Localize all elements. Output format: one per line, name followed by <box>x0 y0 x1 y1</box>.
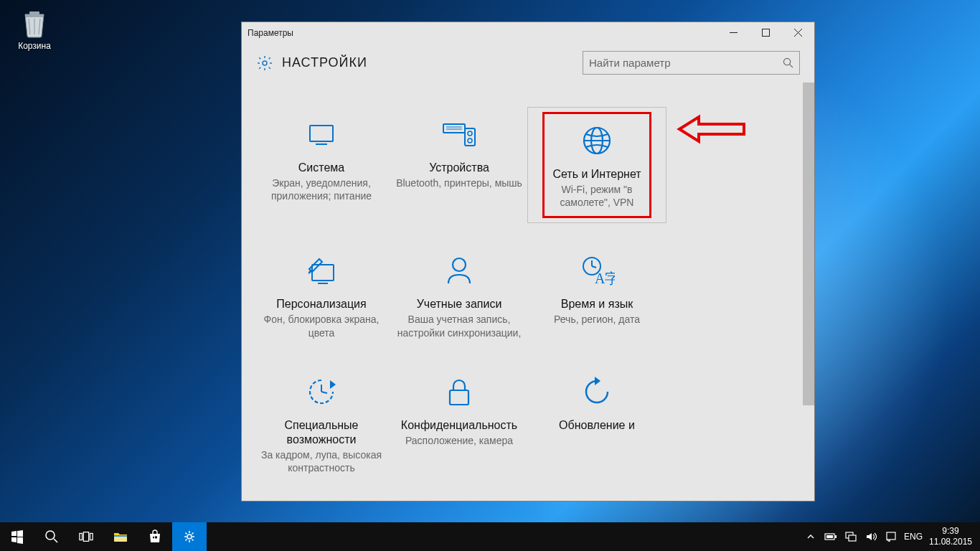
svg-rect-36 <box>114 535 127 537</box>
svg-rect-10 <box>443 124 465 133</box>
svg-rect-8 <box>310 126 333 141</box>
time-language-icon: A字 <box>531 248 663 293</box>
svg-rect-0 <box>29 11 39 14</box>
tile-desc: Фон, блокировка экрана, цвета <box>255 313 387 339</box>
svg-rect-19 <box>312 265 334 281</box>
search-icon <box>44 529 59 544</box>
explorer-button[interactable] <box>103 522 138 551</box>
tile-accounts[interactable]: Учетные записи Ваша учетная запись, наст… <box>390 244 528 343</box>
tray-battery[interactable] <box>821 532 841 541</box>
tile-label: Время и язык <box>531 297 663 311</box>
search-input[interactable]: Найти параметр <box>583 51 800 75</box>
svg-rect-33 <box>80 533 83 540</box>
tile-desc: Ваша учетная запись, настройки синхрониз… <box>393 313 525 339</box>
scrollbar[interactable] <box>803 83 814 501</box>
store-button[interactable] <box>138 522 172 551</box>
tray-chevron[interactable] <box>801 532 821 541</box>
page-title: НАСТРОЙКИ <box>282 55 583 70</box>
desktop: Корзина Параметры НАСТРОЙКИ Найти параме… <box>0 0 980 551</box>
tray-clock[interactable]: 9:39 11.08.2015 <box>925 523 976 550</box>
svg-rect-34 <box>83 532 88 542</box>
tile-desc: Речь, регион, дата <box>531 313 663 326</box>
clock-date: 11.08.2015 <box>927 537 974 547</box>
tile-desc: За кадром, лупа, высокая контрастность <box>255 448 387 474</box>
tile-label: Учетные записи <box>393 297 525 311</box>
tile-label: Обновление и <box>531 418 663 433</box>
scrollbar-thumb[interactable] <box>803 83 814 405</box>
tile-time-language[interactable]: A字 Время и язык Речь, регион, дата <box>528 244 666 343</box>
tile-label: Устройства <box>393 161 525 175</box>
tile-label: Сеть и Интернет <box>547 167 646 182</box>
svg-line-7 <box>790 65 793 67</box>
tile-personalization[interactable]: Персонализация Фон, блокировка экрана, ц… <box>253 244 390 343</box>
header: НАСТРОЙКИ Найти параметр <box>242 43 814 83</box>
tile-network[interactable]: Сеть и Интернет Wi-Fi, режим "в самолете… <box>528 108 666 222</box>
svg-marker-26 <box>330 380 336 389</box>
svg-point-15 <box>468 138 472 143</box>
minimize-button[interactable] <box>717 22 750 43</box>
chevron-up-icon <box>806 532 815 541</box>
settings-taskbar-button[interactable] <box>172 522 207 551</box>
personalization-icon <box>255 248 387 293</box>
tray-network[interactable] <box>841 532 861 542</box>
clock-time: 9:39 <box>927 526 974 537</box>
window-caption: Параметры <box>242 28 717 38</box>
taskview-icon <box>79 529 93 544</box>
search-icon <box>783 57 793 68</box>
tile-accessibility[interactable]: Специальные возможности За кадром, лупа,… <box>253 365 390 479</box>
accessibility-icon <box>255 369 387 414</box>
volume-icon <box>865 532 877 542</box>
tile-desc: Bluetooth, принтеры, мышь <box>393 176 525 189</box>
svg-point-21 <box>453 258 466 271</box>
titlebar: Параметры <box>242 22 814 43</box>
svg-rect-42 <box>849 535 856 541</box>
tiles-grid: Система Экран, уведомления, приложения; … <box>242 83 803 500</box>
tray-language[interactable]: ENG <box>901 532 925 542</box>
store-icon <box>148 529 162 544</box>
tile-privacy[interactable]: Конфиденциальность Расположение, камера <box>390 365 528 479</box>
taskview-button[interactable] <box>69 522 103 551</box>
taskbar: ENG 9:39 11.08.2015 <box>0 522 980 551</box>
search-button[interactable] <box>34 522 69 551</box>
svg-rect-39 <box>835 535 837 538</box>
recycle-bin-icon <box>20 7 49 39</box>
svg-line-32 <box>54 539 57 542</box>
recycle-bin[interactable]: Корзина <box>6 7 63 51</box>
svg-line-24 <box>592 266 596 268</box>
settings-window: Параметры НАСТРОЙКИ Найти параметр <box>241 22 815 501</box>
svg-point-14 <box>468 131 472 136</box>
svg-point-37 <box>187 534 192 539</box>
tray-notifications[interactable] <box>881 532 901 542</box>
battery-icon <box>824 532 837 541</box>
tile-label: Персонализация <box>255 297 387 311</box>
svg-rect-29 <box>450 390 468 405</box>
close-button[interactable] <box>782 22 814 43</box>
tile-update[interactable]: Обновление и <box>528 365 666 479</box>
tile-system[interactable]: Система Экран, уведомления, приложения; … <box>253 108 390 222</box>
tile-devices[interactable]: Устройства Bluetooth, принтеры, мышь <box>390 108 528 222</box>
gear-icon <box>182 529 197 544</box>
privacy-icon <box>393 369 525 414</box>
devices-icon <box>393 112 525 156</box>
svg-line-28 <box>321 392 327 393</box>
windows-icon <box>10 529 24 544</box>
svg-rect-43 <box>887 532 895 540</box>
svg-rect-35 <box>90 533 93 540</box>
maximize-button[interactable] <box>750 22 782 43</box>
network-icon <box>547 118 646 163</box>
tile-label: Специальные возможности <box>255 418 387 447</box>
tile-label: Конфиденциальность <box>393 418 525 433</box>
tile-desc: Экран, уведомления, приложения; питание <box>255 176 387 202</box>
svg-marker-30 <box>595 377 600 385</box>
tray-volume[interactable] <box>861 532 881 542</box>
recycle-bin-label: Корзина <box>6 41 63 51</box>
network-tray-icon <box>845 532 857 542</box>
svg-rect-2 <box>763 29 770 37</box>
accounts-icon <box>393 248 525 293</box>
svg-rect-40 <box>826 535 833 538</box>
settings-body: Система Экран, уведомления, приложения; … <box>242 83 814 501</box>
gear-icon <box>256 55 273 72</box>
start-button[interactable] <box>0 522 34 551</box>
tile-desc: Расположение, камера <box>393 434 525 447</box>
notifications-icon <box>886 532 896 542</box>
